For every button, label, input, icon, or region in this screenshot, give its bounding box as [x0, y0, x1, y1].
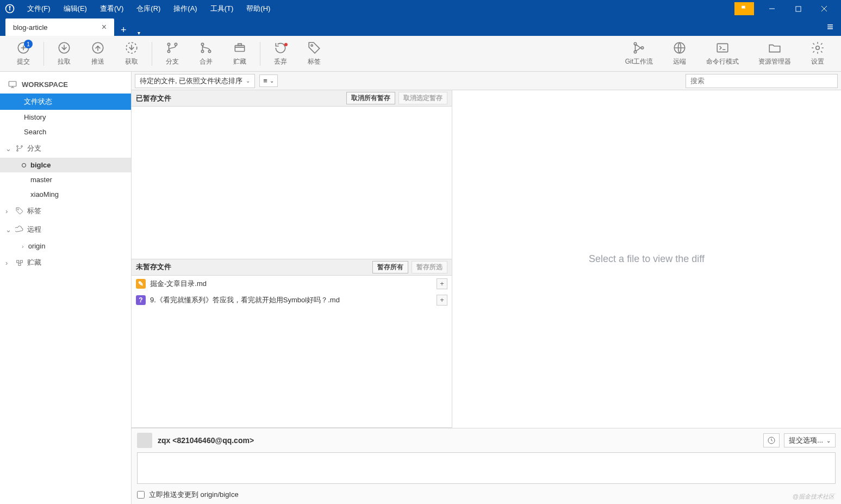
- main: WORKSPACE 文件状态 History Search ⌄ 分支 bigIc…: [0, 72, 841, 504]
- discard-button[interactable]: 丢弃: [264, 39, 297, 69]
- commit-button[interactable]: 1 提交: [7, 39, 40, 69]
- fetch-button[interactable]: 获取: [115, 39, 148, 69]
- unstage-all-button[interactable]: 取消所有暂存: [346, 92, 395, 104]
- commit-badge: 1: [24, 40, 33, 48]
- current-branch-icon: [22, 163, 26, 167]
- svg-point-22: [17, 146, 18, 147]
- terminal-button[interactable]: 命令行模式: [696, 39, 749, 69]
- push-immediately-label: 立即推送变更到 origin/bigIce: [149, 490, 239, 500]
- explorer-button[interactable]: 资源管理器: [749, 39, 801, 69]
- svg-point-11: [201, 50, 203, 52]
- merge-button[interactable]: 合并: [189, 39, 223, 69]
- tab-close-icon[interactable]: ×: [102, 22, 107, 32]
- settings-button[interactable]: 设置: [801, 39, 834, 69]
- commit-options-dropdown[interactable]: 提交选项...⌄: [784, 433, 836, 447]
- gitflow-button[interactable]: Git工作流: [615, 39, 663, 69]
- menu-action[interactable]: 操作(A): [168, 2, 202, 16]
- sidebar-workspace-header: WORKSPACE: [0, 75, 131, 94]
- files-column: 已暂存文件 取消所有暂存 取消选定暂存 未暂存文件 暂存所有 暂存所选: [132, 90, 452, 428]
- unstaged-title: 未暂存文件: [136, 262, 171, 272]
- remote-button[interactable]: 远端: [663, 39, 696, 69]
- close-button[interactable]: [812, 0, 837, 17]
- svg-point-14: [311, 45, 313, 46]
- app-logo-icon: [4, 3, 15, 14]
- unstage-selected-button[interactable]: 取消选定暂存: [398, 92, 447, 104]
- sidebar-item-search[interactable]: Search: [0, 125, 131, 139]
- commit-author: zqx <821046460@qq.com>: [158, 436, 254, 445]
- sidebar-item-filestatus[interactable]: 文件状态: [0, 94, 131, 110]
- menu-repo[interactable]: 仓库(R): [131, 2, 166, 16]
- staged-list: [132, 107, 452, 259]
- maximize-button[interactable]: [786, 0, 811, 17]
- diff-viewer: Select a file to view the diff: [452, 90, 841, 428]
- branch-button[interactable]: 分支: [155, 39, 189, 69]
- svg-rect-27: [20, 260, 22, 263]
- menu-edit[interactable]: 编辑(E): [58, 2, 92, 16]
- chevron-down-icon: ⌄: [5, 226, 12, 234]
- discard-indicator-icon: [284, 43, 288, 46]
- svg-rect-19: [717, 43, 728, 52]
- pull-button[interactable]: 拉取: [47, 39, 81, 69]
- menu-file[interactable]: 文件(F): [22, 2, 56, 16]
- menu-view[interactable]: 查看(V): [95, 2, 129, 16]
- chevron-right-icon: ›: [5, 259, 12, 267]
- modified-icon: ✎: [136, 279, 146, 289]
- svg-point-12: [208, 50, 210, 52]
- stage-all-button[interactable]: 暂存所有: [372, 261, 408, 273]
- stash-button[interactable]: 贮藏: [223, 39, 257, 69]
- flag-button[interactable]: [734, 2, 754, 15]
- list-icon: ≡: [263, 77, 267, 85]
- sidebar-branch-bigice[interactable]: bigIce: [0, 158, 131, 172]
- sidebar-section-tags[interactable]: › 标签: [0, 202, 131, 220]
- stage-selected-button[interactable]: 暂存所选: [412, 261, 447, 273]
- menubar: 文件(F) 编辑(E) 查看(V) 仓库(R) 操作(A) 工具(T) 帮助(H…: [0, 0, 841, 17]
- push-button[interactable]: 推送: [81, 39, 115, 69]
- unknown-icon: ?: [136, 295, 146, 305]
- svg-rect-21: [9, 82, 16, 86]
- commit-message-input[interactable]: [137, 452, 836, 484]
- center-panel: 待定的文件, 已依照文件状态排序⌄ ≡⌄ 已暂存文件 取消所有暂存 取消选定暂存: [132, 72, 841, 504]
- stage-file-button[interactable]: +: [437, 278, 447, 289]
- filter-row: 待定的文件, 已依照文件状态排序⌄ ≡⌄: [132, 72, 841, 90]
- file-name: 9.《看完就懂系列》答应我，看完就开始用Symbol好吗？.md: [150, 295, 340, 305]
- sidebar-item-history[interactable]: History: [0, 110, 131, 125]
- svg-rect-13: [235, 46, 244, 52]
- tabbar: blog-article × + ▾ ≡: [0, 17, 841, 36]
- svg-point-23: [17, 150, 18, 152]
- stage-file-button[interactable]: +: [437, 295, 447, 306]
- menu-help[interactable]: 帮助(H): [241, 2, 276, 16]
- tag-button[interactable]: 标签: [297, 39, 331, 69]
- tab-dropdown-icon[interactable]: ▾: [133, 30, 145, 36]
- unstaged-pane: 未暂存文件 暂存所有 暂存所选 ✎掘金-文章目录.md+?9.《看完就懂系列》答…: [132, 259, 452, 428]
- file-row[interactable]: ?9.《看完就懂系列》答应我，看完就开始用Symbol好吗？.md+: [132, 292, 452, 308]
- push-immediately-checkbox[interactable]: [137, 491, 145, 499]
- svg-point-1: [9, 6, 10, 8]
- view-mode-button[interactable]: ≡⌄: [259, 74, 278, 87]
- search-input[interactable]: [686, 74, 838, 88]
- staged-title: 已暂存文件: [136, 94, 171, 103]
- hamburger-icon[interactable]: ≡: [819, 21, 841, 33]
- svg-point-17: [641, 47, 644, 49]
- repo-tab[interactable]: blog-article ×: [5, 18, 114, 36]
- svg-rect-2: [795, 6, 800, 11]
- svg-rect-28: [18, 263, 21, 265]
- menu-tools[interactable]: 工具(T): [205, 2, 239, 16]
- sort-dropdown[interactable]: 待定的文件, 已依照文件状态排序⌄: [135, 74, 255, 88]
- svg-rect-26: [17, 260, 19, 263]
- sidebar-remote-origin[interactable]: ›origin: [0, 239, 131, 253]
- file-row[interactable]: ✎掘金-文章目录.md+: [132, 276, 452, 292]
- sidebar-branch-master[interactable]: master: [0, 172, 131, 187]
- minimize-button[interactable]: [759, 0, 784, 17]
- svg-point-7: [167, 43, 170, 45]
- sidebar-section-branches[interactable]: ⌄ 分支: [0, 139, 131, 158]
- tab-add-button[interactable]: +: [114, 24, 133, 36]
- commit-history-icon[interactable]: [763, 433, 780, 447]
- chevron-right-icon: ›: [5, 207, 12, 215]
- search-box: [686, 74, 838, 88]
- svg-point-9: [175, 43, 177, 45]
- sidebar-section-stash[interactable]: › 贮藏: [0, 253, 131, 272]
- sidebar-branch-xiaoming[interactable]: xiaoMing: [0, 187, 131, 202]
- toolbar: 1 提交 拉取 推送 获取 分支 合并 贮藏 丢弃 标签 Git工: [0, 36, 841, 72]
- svg-point-20: [816, 46, 820, 50]
- sidebar-section-remotes[interactable]: ⌄ 远程: [0, 220, 131, 239]
